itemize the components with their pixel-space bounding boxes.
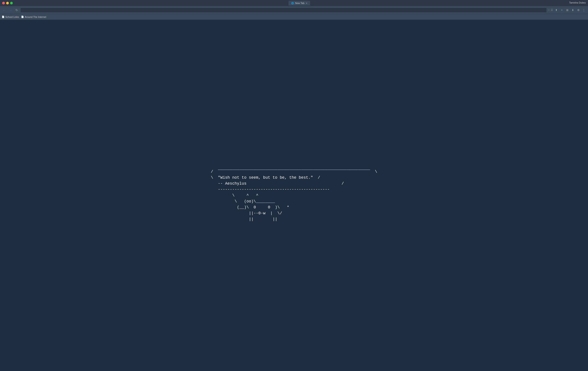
- toolbar: ← → ↻ ☆ ☰ ⬆ + ⊞ ⬇ ⚙ ⋮: [0, 6, 588, 14]
- share-button[interactable]: ⬆: [554, 8, 559, 12]
- bookmark-school-links[interactable]: 📄 School Links: [2, 16, 19, 18]
- bookmark-around-internet[interactable]: 📄 Around The Internet: [21, 16, 46, 18]
- bookmarks-bar: 📄 School Links 📄 Around The Internet: [0, 14, 588, 20]
- bookmark-around-internet-label: Around The Internet: [25, 16, 46, 18]
- title-bar: 🌐 New Tab ✕ Tamisha Dubey: [0, 0, 588, 6]
- forward-button[interactable]: →: [8, 8, 13, 13]
- traffic-lights: [2, 2, 13, 4]
- addtab-button[interactable]: +: [559, 8, 564, 12]
- ascii-container: / ‾‾‾‾‾‾‾‾‾‾‾‾‾‾‾‾‾‾‾‾‾‾‾‾‾‾‾‾‾‾‾‾‾‾‾‾‾‾…: [211, 169, 377, 222]
- bookmark-around-internet-icon: 📄: [21, 16, 24, 18]
- content-area: / ‾‾‾‾‾‾‾‾‾‾‾‾‾‾‾‾‾‾‾‾‾‾‾‾‾‾‾‾‾‾‾‾‾‾‾‾‾‾…: [0, 20, 588, 371]
- maximize-button[interactable]: [10, 2, 13, 4]
- address-icons: ☆ ☰: [548, 9, 553, 11]
- tab-title: New Tab: [295, 2, 304, 4]
- minimize-button[interactable]: [6, 2, 9, 4]
- browser-tab[interactable]: 🌐 New Tab ✕: [288, 1, 310, 6]
- reader-icon[interactable]: ☰: [551, 9, 553, 11]
- download-button[interactable]: ⬇: [570, 8, 575, 12]
- address-bar: [20, 8, 547, 13]
- browser-frame: 🌐 New Tab ✕ Tamisha Dubey ← → ↻ ☆ ☰ ⬆ + …: [0, 0, 588, 371]
- tab-icon: 🌐: [291, 2, 294, 4]
- menu-button[interactable]: ⋮: [581, 8, 586, 12]
- close-button[interactable]: [2, 2, 5, 4]
- extensions-icon[interactable]: ⚙: [576, 8, 581, 12]
- address-input[interactable]: [22, 9, 545, 12]
- sidebar-button[interactable]: ⊞: [565, 8, 570, 12]
- tab-close-button[interactable]: ✕: [306, 2, 307, 4]
- ascii-art-display: / ‾‾‾‾‾‾‾‾‾‾‾‾‾‾‾‾‾‾‾‾‾‾‾‾‾‾‾‾‾‾‾‾‾‾‾‾‾‾…: [211, 169, 377, 222]
- back-button[interactable]: ←: [2, 8, 7, 13]
- toolbar-right: ⬆ + ⊞ ⬇ ⚙ ⋮: [554, 8, 586, 12]
- user-name: Tamisha Dubey: [569, 1, 586, 4]
- refresh-button[interactable]: ↻: [14, 8, 19, 13]
- bookmark-school-links-icon: 📄: [2, 16, 4, 18]
- bookmark-school-links-label: School Links: [5, 16, 19, 18]
- star-icon[interactable]: ☆: [548, 9, 550, 11]
